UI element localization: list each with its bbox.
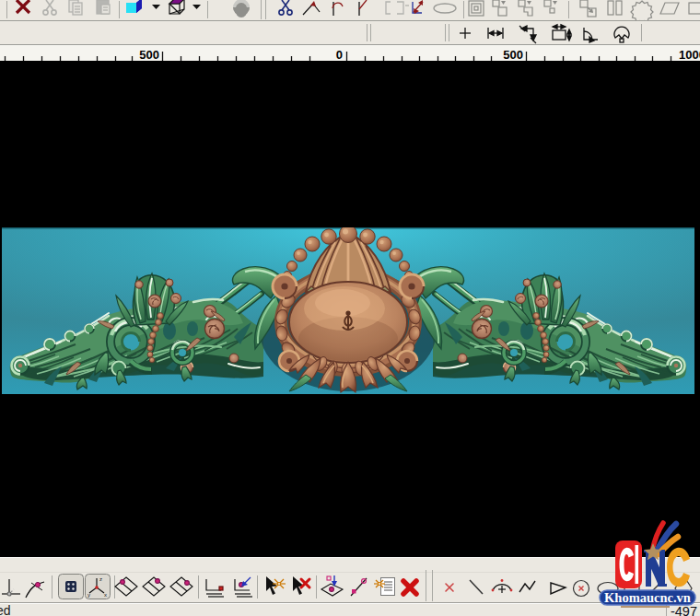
svg-text:Khomaucnc.vn: Khomaucnc.vn bbox=[604, 590, 691, 605]
svg-text:z: z bbox=[99, 576, 102, 582]
svg-text:1000: 1000 bbox=[679, 48, 700, 62]
svg-text:500: 500 bbox=[503, 48, 523, 62]
svg-text:y: y bbox=[88, 592, 90, 598]
svg-text:500: 500 bbox=[139, 48, 159, 62]
svg-text:0: 0 bbox=[336, 48, 343, 62]
svg-text:x: x bbox=[104, 592, 107, 598]
svg-text:ed: ed bbox=[0, 603, 11, 616]
